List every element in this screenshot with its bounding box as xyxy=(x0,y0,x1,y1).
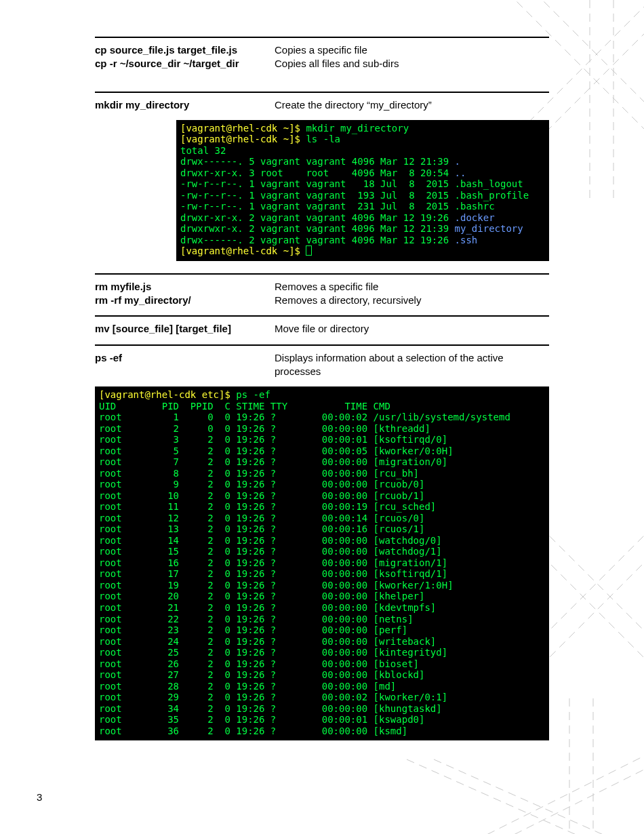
cmd-desc: Removes a specific file xyxy=(275,280,549,294)
cmd-text: mkdir my_directory xyxy=(95,98,275,112)
cmd-text: cp source_file.js target_file.js xyxy=(95,43,275,57)
cmd-text: mv [source_file] [target_file] xyxy=(95,322,275,336)
command-row-mv: mv [source_file] [target_file] Move file… xyxy=(95,315,549,340)
cmd-desc: Copies a specific file xyxy=(275,43,549,57)
cmd-desc: Move file or directory xyxy=(275,322,549,336)
svg-line-13 xyxy=(447,746,644,834)
terminal-output-mkdir: [vagrant@rhel-cdk ~]$ mkdir my_directory… xyxy=(176,120,549,261)
command-row-mkdir: mkdir my_directory Create the directory … xyxy=(95,92,549,116)
command-row-rm: rm myfile.js rm -rf my_directory/ Remove… xyxy=(95,273,549,312)
svg-line-12 xyxy=(420,746,644,834)
command-row-ps: ps -ef Displays information about a sele… xyxy=(95,344,549,383)
cmd-desc: Displays information about a selection o… xyxy=(275,351,549,379)
cmd-text: ps -ef xyxy=(95,351,275,365)
svg-line-10 xyxy=(407,759,644,834)
cmd-desc: Removes a directory, recursively xyxy=(275,294,549,307)
cmd-text: cp -r ~/source_dir ~/target_dir xyxy=(95,57,275,71)
page-number: 3 xyxy=(37,791,42,803)
svg-line-11 xyxy=(434,759,644,834)
cmd-text: rm -rf my_directory/ xyxy=(95,294,275,307)
terminal-output-ps: [vagrant@rhel-cdk etc]$ ps -ef UID PID P… xyxy=(95,386,549,740)
cmd-desc: Create the directory “my_directory” xyxy=(275,98,549,112)
cmd-text: rm myfile.js xyxy=(95,280,275,294)
command-row-cp: cp source_file.js target_file.js cp -r ~… xyxy=(95,37,549,87)
cmd-desc: Copies all files and sub-dirs xyxy=(275,57,549,71)
